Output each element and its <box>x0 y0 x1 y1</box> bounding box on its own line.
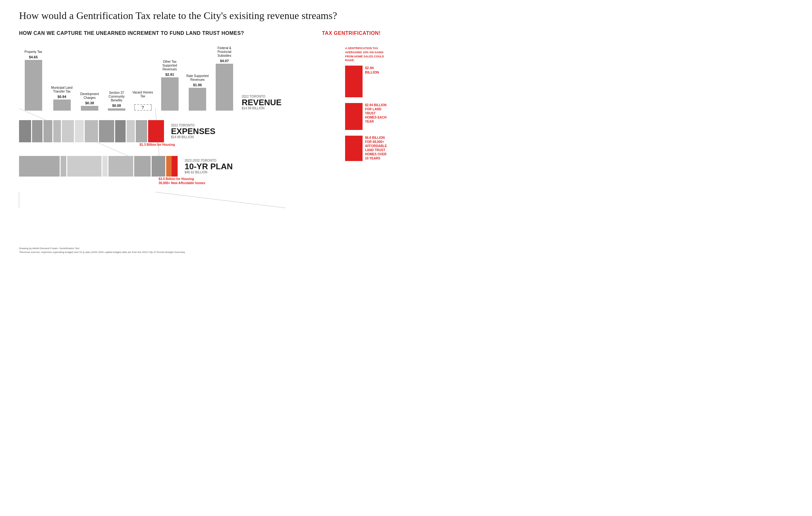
devcharges-rect <box>81 106 98 111</box>
revenue-label-box: 2022 TORONTO REVENUE $14.99 BILLION <box>242 95 282 110</box>
footer: Drawing by AAHA Demand 5 team: Gentrific… <box>19 247 185 254</box>
right-bar-3-rect <box>345 135 362 161</box>
federal-rect <box>216 64 233 111</box>
mlt-value: $0.94 <box>57 95 66 98</box>
property-tax-label: Property Tax <box>21 50 46 54</box>
federal-label: Federal & Provincial Subsidies <box>212 46 237 58</box>
tenyr-affordable-text: 30,000+ New Affordable homes <box>158 181 339 185</box>
section37-bar: Section 37 Community Benefits $0.08 <box>103 91 130 111</box>
property-tax-rect <box>25 60 42 111</box>
section37-label: Section 37 Community Benefits <box>104 91 129 102</box>
othertax-label: Other Tax Supported Revenues <box>157 60 182 71</box>
vacant-bar: Vacant Homes Tax ? ? <box>130 91 155 111</box>
expenses-title: EXPENSES <box>171 127 215 135</box>
property-tax-bar: Property Tax $4.65 <box>19 50 48 111</box>
devcharges-label: Development Charges <box>77 92 103 100</box>
othertax-rect <box>161 77 179 111</box>
devcharges-bar: Development Charges $0.38 <box>76 92 103 111</box>
tenyr-housing-text: $3.0 Billion for Housing <box>158 177 339 181</box>
footer-line1: Drawing by AAHA Demand 5 team: Gentrific… <box>19 247 185 250</box>
page: How would a Gentrification Tax relate to… <box>0 0 406 258</box>
ratesupported-label: Rate Supported Revenues <box>185 74 210 82</box>
vacant-label: Vacant Homes Tax <box>130 91 155 98</box>
ratesupported-value: $1.96 <box>193 83 202 87</box>
right-bar-3-label: $6.8 BILLION FOR 68,000+ AFFORDABLE LAND… <box>365 135 387 160</box>
right-bar-3: $6.8 BILLION FOR 68,000+ AFFORDABLE LAND… <box>345 135 387 161</box>
svg-line-3 <box>155 192 286 208</box>
expenses-stacked-bar <box>19 120 164 142</box>
expenses-section: 2022 TORONTO EXPENSES $14.99 BILLION $1.… <box>19 120 339 146</box>
right-bar-1: $2.94 BILLION <box>345 66 387 97</box>
subtitle: HOW CAN WE CAPTURE THE UNEARNED INCREMEN… <box>19 30 244 36</box>
right-panel-gap1 <box>345 100 387 103</box>
section37-value: $0.08 <box>112 104 121 108</box>
tax-title: TAX GENTRIFICATION! <box>322 30 381 36</box>
tenyr-section: 2022-2032 TORONTO 10-YR PLAN $46.62 BILL… <box>19 156 339 185</box>
tenyr-title: 10-YR PLAN <box>184 162 233 171</box>
federal-bar: Federal & Provincial Subsidies $4.07 <box>211 46 238 111</box>
othertax-value: $2.91 <box>165 72 174 77</box>
revenue-title: REVENUE <box>242 98 282 107</box>
expenses-amount: $14.99 BILLION <box>171 135 215 139</box>
mlt-bar: Municipal Land Transfer Tax $0.94 <box>48 86 76 111</box>
expenses-housing-label: $1.3 Billion for Housing <box>140 143 339 146</box>
vacant-rect: ? <box>134 104 152 111</box>
revenue-amount: $14.99 BILLION <box>242 107 282 110</box>
expenses-label-box: 2022 TORONTO EXPENSES $14.99 BILLION <box>171 124 215 139</box>
federal-value: $4.07 <box>220 59 229 63</box>
section37-rect <box>108 109 125 111</box>
right-bar-2-label: $2.94 BILLION FOR LAND TRUST HOMES EACH … <box>365 103 387 124</box>
devcharges-value: $0.38 <box>85 101 94 105</box>
footer-line2: *Revenue sources, expenses (operating bu… <box>19 250 185 254</box>
main-title: How would a Gentrification Tax relate to… <box>19 9 387 22</box>
tenyr-stacked-bar <box>19 156 178 177</box>
right-bar-1-rect <box>345 66 362 97</box>
right-panel: A GENTRIFICATION TAX AVERAGING 10% ON GA… <box>339 46 387 224</box>
right-bar-1-label: $2.94 BILLION <box>365 66 387 75</box>
tax-desc: A GENTRIFICATION TAX AVERAGING 10% ON GA… <box>345 46 387 62</box>
tenyr-label-box: 2022-2032 TORONTO 10-YR PLAN $46.62 BILL… <box>184 159 233 174</box>
property-tax-value: $4.65 <box>29 55 38 59</box>
mlt-label: Municipal Land Transfer Tax <box>49 86 75 93</box>
othertax-bar: Other Tax Supported Revenues $2.91 <box>155 60 184 111</box>
mlt-rect <box>53 99 71 111</box>
right-bar-2-rect <box>345 103 362 130</box>
ratesupported-bar: Rate Supported Revenues $1.96 <box>184 74 211 111</box>
tenyr-housing-label: $3.0 Billion for Housing 30,000+ New Aff… <box>158 177 339 185</box>
right-bar-2: $2.94 BILLION FOR LAND TRUST HOMES EACH … <box>345 103 387 130</box>
ratesupported-rect <box>189 88 206 111</box>
right-panel-gap2 <box>345 133 387 135</box>
